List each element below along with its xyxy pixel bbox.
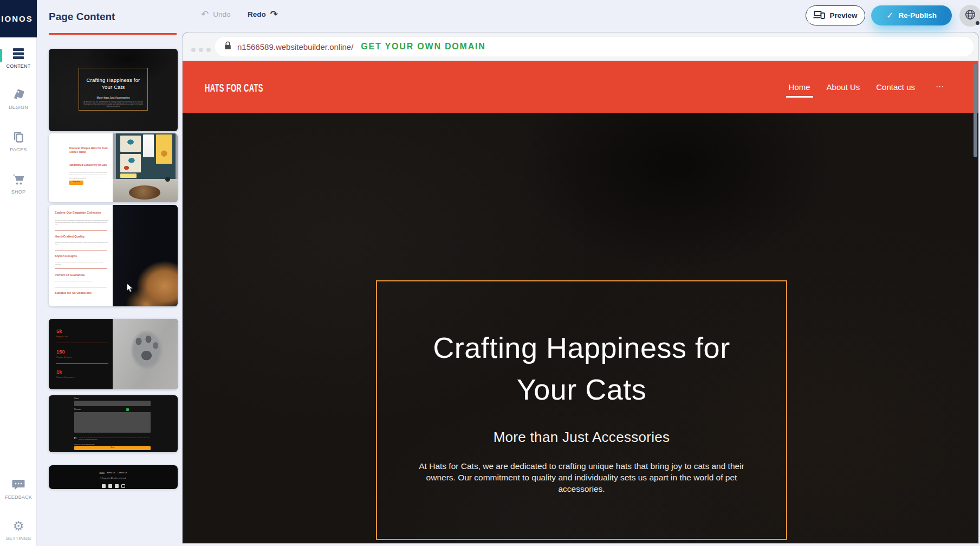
thumbnail-shop-now-button: Shop Now — [69, 181, 83, 185]
thumbnail-stats-section[interactable]: 5k Happy Cats 150 Unique Designs 1k Repe… — [49, 319, 178, 389]
lock-icon — [224, 41, 231, 52]
thumbnail-send-button: Send — [74, 446, 151, 450]
thumbnail-footer-section[interactable]: HomeAbout UsContact Us ©Copyright. All r… — [49, 465, 178, 489]
emoji-icon — [126, 408, 129, 411]
sidebar-item-shop[interactable]: SHOP — [0, 172, 37, 195]
thumbnail-hero-section[interactable]: Crafting Happiness forYour Cats More tha… — [49, 49, 178, 131]
feedback-bubble-icon — [0, 477, 37, 492]
globe-status-dot — [976, 21, 979, 25]
nav-item-home[interactable]: Home — [789, 82, 810, 92]
page-title: Page Content — [49, 11, 115, 23]
shop-section-photo — [113, 133, 178, 202]
url-bar[interactable]: n1566589.websitebuilder.online/ GET YOUR… — [215, 37, 973, 56]
sidebar: IONOS CONTENT DESIGN PAGES SHOP — [0, 0, 37, 546]
preview-button[interactable]: Preview — [806, 5, 865, 25]
hero-title[interactable]: Crafting Happiness forYour Cats — [376, 327, 787, 410]
site-nav: Home About Us Contact us ⋯ — [789, 61, 944, 113]
thumbnail-message-textarea — [74, 412, 151, 433]
thumbnail-consent-checkbox — [74, 437, 76, 439]
social-icon — [108, 484, 112, 488]
social-icon — [102, 484, 106, 488]
undo-button[interactable]: ↶ Undo — [201, 10, 231, 19]
stats-section-photo — [113, 319, 178, 389]
thumbnail-name-input — [74, 401, 151, 406]
get-domain-link[interactable]: GET YOUR OWN DOMAIN — [361, 42, 485, 52]
hero-content: Crafting Happiness forYour Cats More tha… — [376, 280, 787, 494]
undo-icon: ↶ — [201, 10, 209, 19]
website-builder-app: IONOS CONTENT DESIGN PAGES SHOP — [0, 0, 980, 546]
sidebar-item-settings[interactable]: ⚙ SETTINGS — [0, 518, 37, 541]
nav-item-contact[interactable]: Contact us — [876, 82, 915, 92]
nav-more-icon[interactable]: ⋯ — [936, 82, 944, 92]
thumbnail-hero-selection-box: Crafting Happiness forYour Cats More tha… — [79, 68, 148, 111]
shop-cart-icon — [0, 172, 37, 187]
collection-section-photo — [113, 205, 178, 306]
content-icon — [0, 46, 37, 61]
social-icon — [121, 484, 125, 488]
editor-canvas: n1566589.websitebuilder.online/ GET YOUR… — [183, 33, 978, 543]
republish-button[interactable]: ✓ Re-Publish — [871, 5, 952, 25]
thumbnail-contact-form-section[interactable]: Name* Message I hereby agree that this d… — [49, 395, 178, 452]
redo-button[interactable]: Redo ↷ — [248, 10, 278, 19]
sidebar-item-feedback[interactable]: FEEDBACK — [0, 477, 37, 500]
sidebar-item-content[interactable]: CONTENT — [0, 46, 37, 69]
panel-accent-rule — [49, 33, 177, 35]
pages-icon — [0, 130, 37, 145]
thumbnail-shop-section[interactable]: Discover Unique Hats for Your Feline Fri… — [49, 133, 178, 202]
ionos-logo[interactable]: IONOS — [0, 0, 37, 37]
design-icon — [0, 87, 37, 102]
globe-icon — [964, 9, 976, 23]
browser-chrome: n1566589.websitebuilder.online/ GET YOUR… — [183, 33, 978, 61]
site-header: HATS FOR CATS Home About Us Contact us ⋯ — [183, 61, 978, 113]
devices-icon — [813, 10, 825, 21]
nav-item-about[interactable]: About Us — [827, 82, 860, 92]
sidebar-item-pages[interactable]: PAGES — [0, 130, 37, 152]
site-logo[interactable]: HATS FOR CATS — [205, 81, 263, 94]
window-dots — [191, 44, 214, 54]
hero-section: Crafting Happiness forYour Cats More tha… — [183, 113, 978, 543]
hero-subtitle[interactable]: More than Just Accessories — [376, 429, 787, 446]
redo-icon: ↷ — [270, 10, 278, 19]
social-icon — [115, 484, 119, 488]
globe-button[interactable] — [959, 5, 980, 27]
thumbnail-collection-section[interactable]: Explore Our Exquisite Collection Dive in… — [49, 205, 178, 306]
hero-body[interactable]: At Hats for Cats, we are dedicated to cr… — [407, 460, 756, 494]
canvas-scrollbar[interactable] — [973, 64, 977, 157]
site-url: n1566589.websitebuilder.online/ — [237, 42, 353, 52]
check-icon: ✓ — [886, 10, 893, 21]
settings-gear-icon: ⚙ — [0, 518, 37, 534]
sidebar-item-design[interactable]: DESIGN — [0, 87, 37, 110]
